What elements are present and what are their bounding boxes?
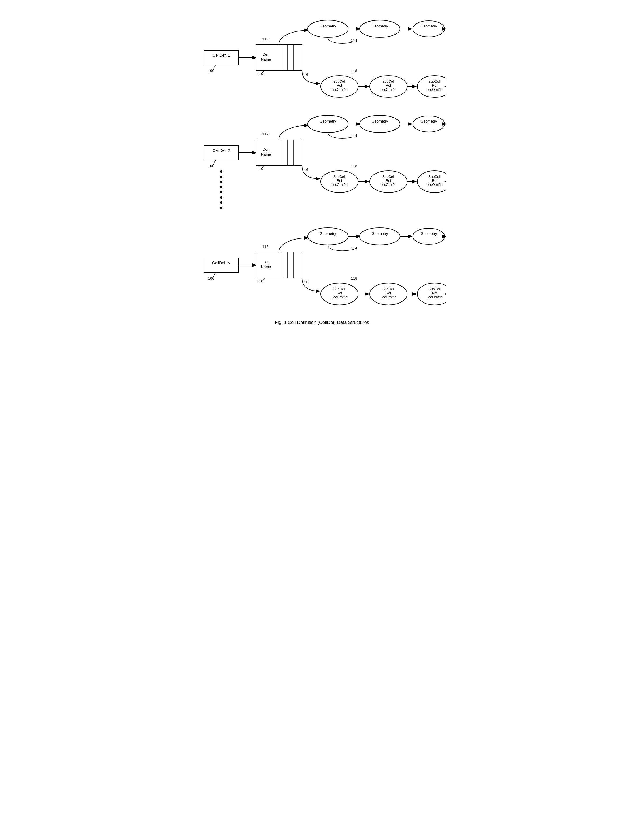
svg-text:Geometry: Geometry — [420, 119, 437, 123]
diagram-container: CellDef. 1 Def. Name 110 100 112 — [198, 9, 446, 325]
svg-point-57 — [308, 115, 348, 133]
svg-text:112: 112 — [262, 37, 268, 41]
svg-text:110: 110 — [257, 72, 263, 76]
svg-text:SubCell: SubCell — [333, 175, 345, 179]
svg-point-21 — [413, 21, 445, 37]
svg-text:Ref: Ref — [337, 179, 342, 183]
svg-text:SubCell: SubCell — [333, 287, 345, 291]
svg-text:LocOrnt/Id: LocOrnt/Id — [331, 183, 347, 187]
svg-text:118: 118 — [351, 69, 357, 73]
svg-rect-43 — [204, 146, 239, 160]
svg-point-89 — [220, 196, 222, 199]
svg-text:Geometry: Geometry — [420, 232, 437, 236]
svg-text:CellDef. 2: CellDef. 2 — [212, 148, 230, 153]
svg-point-88 — [220, 191, 222, 193]
svg-point-112 — [413, 228, 445, 244]
svg-text:Geometry: Geometry — [371, 232, 388, 236]
svg-text:SubCell: SubCell — [428, 175, 440, 179]
svg-point-87 — [220, 186, 222, 188]
svg-text:LocOrnt/Id: LocOrnt/Id — [380, 183, 396, 187]
svg-text:Ref: Ref — [432, 84, 437, 87]
svg-rect-0 — [204, 51, 239, 65]
svg-point-15 — [308, 20, 348, 37]
svg-text:LocOrnt/Id: LocOrnt/Id — [426, 183, 442, 187]
svg-text:LocOrnt/Id: LocOrnt/Id — [380, 295, 396, 299]
svg-text:SubCell: SubCell — [428, 80, 440, 84]
svg-point-84 — [220, 170, 222, 173]
caption-text: Fig. 1 Cell Definition (CellDef) Data St… — [275, 320, 369, 325]
svg-point-106 — [308, 228, 348, 245]
svg-text:114: 114 — [351, 246, 357, 250]
svg-text:Geometry: Geometry — [320, 232, 336, 236]
svg-text:Ref: Ref — [337, 84, 342, 87]
diagram-block-1: CellDef. 1 Def. Name 110 100 112 — [198, 9, 446, 101]
svg-text:LocOrnt/Id: LocOrnt/Id — [426, 87, 442, 92]
svg-text:118: 118 — [351, 276, 357, 281]
diagram-block-n: CellDef. N Def. Name 110 100 112 Geometr… — [198, 216, 446, 308]
svg-text:Geometry: Geometry — [371, 119, 388, 123]
diagram-block-2: CellDef. 2 Def. Name 110 100 112 Geometr… — [198, 104, 446, 213]
svg-text:Def.: Def. — [262, 260, 270, 264]
svg-text:110: 110 — [257, 279, 263, 283]
svg-text:Ref: Ref — [337, 291, 342, 295]
figure-caption: Fig. 1 Cell Definition (CellDef) Data St… — [275, 320, 369, 325]
svg-point-90 — [220, 201, 222, 204]
svg-text:114: 114 — [351, 38, 357, 43]
svg-point-63 — [413, 116, 445, 132]
svg-text:118: 118 — [351, 164, 357, 168]
svg-point-91 — [220, 207, 222, 209]
svg-text:LocOrnt/Id: LocOrnt/Id — [331, 87, 347, 92]
svg-text:Ref: Ref — [432, 179, 437, 183]
svg-text:SubCell: SubCell — [382, 175, 394, 179]
svg-text:Def.: Def. — [262, 52, 270, 57]
svg-text:Geometry: Geometry — [320, 119, 336, 123]
svg-text:Name: Name — [261, 57, 271, 61]
svg-text:Name: Name — [261, 152, 271, 156]
svg-text:Ref: Ref — [386, 84, 391, 87]
svg-text:SubCell: SubCell — [428, 287, 440, 291]
svg-text:LocOrnt/Id: LocOrnt/Id — [331, 295, 347, 299]
svg-point-18 — [360, 20, 400, 37]
svg-text:SubCell: SubCell — [333, 80, 345, 84]
svg-text:Ref: Ref — [432, 291, 437, 295]
svg-text:Ref: Ref — [386, 179, 391, 183]
svg-text:Geometry: Geometry — [420, 24, 437, 28]
svg-text:110: 110 — [257, 167, 263, 171]
svg-text:SubCell: SubCell — [382, 287, 394, 291]
svg-text:LocOrnt/Id: LocOrnt/Id — [380, 87, 396, 92]
svg-text:112: 112 — [262, 132, 268, 137]
svg-text:LocOrnt/Id: LocOrnt/Id — [426, 295, 442, 299]
svg-text:CellDef. N: CellDef. N — [212, 261, 230, 265]
svg-point-60 — [360, 115, 400, 133]
svg-text:SubCell: SubCell — [382, 80, 394, 84]
svg-text:CellDef. 1: CellDef. 1 — [212, 53, 230, 58]
svg-point-86 — [220, 181, 222, 183]
svg-text:114: 114 — [351, 133, 357, 138]
svg-text:Geometry: Geometry — [320, 24, 336, 28]
svg-text:Ref: Ref — [386, 291, 391, 295]
svg-text:112: 112 — [262, 244, 268, 249]
svg-text:Geometry: Geometry — [371, 24, 388, 28]
svg-point-109 — [360, 228, 400, 245]
svg-text:Name: Name — [261, 265, 271, 269]
svg-point-85 — [220, 176, 222, 178]
svg-text:Def.: Def. — [262, 147, 270, 152]
svg-rect-92 — [204, 258, 239, 272]
